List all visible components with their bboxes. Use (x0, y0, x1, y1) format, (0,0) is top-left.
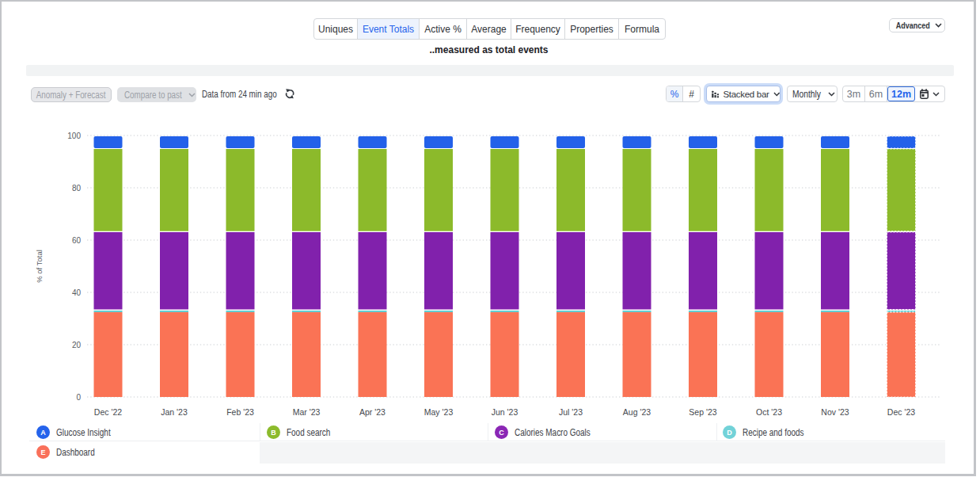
svg-text:Dec '22: Dec '22 (94, 407, 122, 417)
svg-text:0: 0 (76, 393, 81, 402)
svg-text:Jan '23: Jan '23 (161, 407, 188, 417)
svg-text:20: 20 (72, 341, 82, 349)
svg-text:Jun '23: Jun '23 (492, 407, 518, 417)
svg-text:Aug '23: Aug '23 (623, 407, 651, 417)
svg-text:Dec '23: Dec '23 (887, 407, 915, 417)
svg-text:Apr '23: Apr '23 (359, 407, 386, 417)
svg-text:Oct '23: Oct '23 (756, 407, 782, 417)
svg-text:Mar '23: Mar '23 (293, 407, 321, 417)
svg-text:100: 100 (67, 132, 81, 140)
svg-text:Nov '23: Nov '23 (821, 407, 849, 417)
svg-text:Sep '23: Sep '23 (689, 407, 716, 417)
svg-text:60: 60 (72, 236, 82, 245)
svg-text:Jul '23: Jul '23 (559, 407, 583, 417)
svg-text:80: 80 (72, 184, 82, 193)
svg-text:40: 40 (72, 288, 82, 297)
svg-text:Feb '23: Feb '23 (226, 407, 254, 417)
svg-text:% of Total: % of Total (35, 250, 44, 283)
svg-text:May '23: May '23 (424, 407, 454, 417)
